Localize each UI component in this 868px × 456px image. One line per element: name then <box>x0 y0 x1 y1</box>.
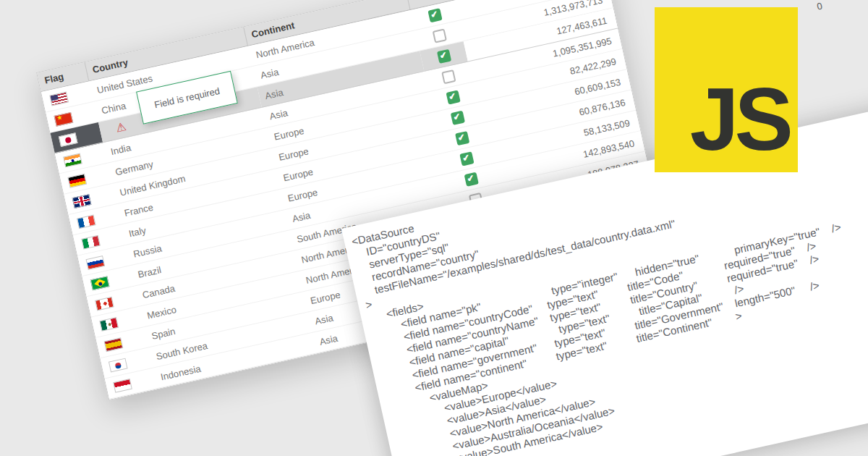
country-name: Russia <box>132 242 163 259</box>
flag-in-icon <box>63 153 82 167</box>
warning-triangle-icon: ⚠ <box>115 121 127 135</box>
country-name: Spain <box>150 326 176 342</box>
flag-de-icon <box>67 173 87 187</box>
g8-checkbox[interactable] <box>441 69 456 84</box>
flag-gb-icon <box>72 194 92 208</box>
flag-it-icon <box>81 235 101 249</box>
flag-us-icon <box>49 91 69 106</box>
country-name: Indonesia <box>160 363 202 382</box>
flag-ca-icon <box>95 296 114 311</box>
flag-es-icon <box>104 337 124 352</box>
country-name: France <box>123 201 154 218</box>
flag-kr-icon <box>109 358 128 372</box>
javascript-logo: JS <box>655 7 798 172</box>
country-name: China <box>101 100 127 116</box>
g8-checkbox[interactable] <box>436 48 451 63</box>
flag-br-icon <box>90 276 110 290</box>
g8-checkbox[interactable] <box>464 172 478 186</box>
flag-ru-icon <box>85 256 105 270</box>
corner-text-fragment: 0 <box>816 0 823 12</box>
g8-checkbox[interactable] <box>432 28 446 43</box>
country-name: Brazil <box>137 264 162 280</box>
country-name: Germany <box>114 159 154 177</box>
country-name: India <box>109 142 132 157</box>
country-name: Italy <box>128 224 148 239</box>
flag-fr-icon <box>77 214 96 229</box>
g8-checkbox[interactable] <box>454 131 469 145</box>
country-name: Mexico <box>146 304 177 321</box>
country-name: Canada <box>141 282 176 300</box>
flag-jp-icon <box>59 132 78 147</box>
hero-canvas: { "colors":{ "background":"#e9e9e9", "ch… <box>0 0 868 456</box>
flag-id-icon <box>113 378 132 392</box>
javascript-logo-text: JS <box>690 75 789 164</box>
flag-cn-icon <box>54 111 73 126</box>
flag-mx-icon <box>99 317 119 332</box>
g8-checkbox[interactable] <box>446 90 460 104</box>
g8-checkbox[interactable] <box>450 110 464 124</box>
g8-checkbox[interactable] <box>427 8 442 22</box>
g8-checkbox[interactable] <box>459 151 474 166</box>
